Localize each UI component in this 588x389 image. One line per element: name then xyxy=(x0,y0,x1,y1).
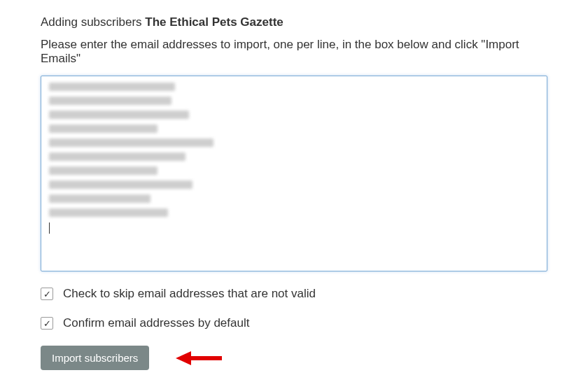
svg-marker-1 xyxy=(176,351,191,365)
option-skip-invalid: ✓ Check to skip email addresses that are… xyxy=(41,287,547,301)
option-confirm-default: ✓ Confirm email addresses by default xyxy=(41,316,547,330)
skip-invalid-label: Check to skip email addresses that are n… xyxy=(63,287,316,301)
email-import-textarea[interactable] xyxy=(41,76,547,271)
instructions-text: Please enter the email addresses to impo… xyxy=(41,38,547,66)
skip-invalid-checkbox[interactable]: ✓ xyxy=(41,288,53,300)
email-textarea-container xyxy=(41,76,547,274)
import-subscribers-button[interactable]: Import subscribers xyxy=(41,346,149,370)
confirm-default-label: Confirm email addresses by default xyxy=(63,316,249,330)
confirm-default-checkbox[interactable]: ✓ xyxy=(41,317,53,330)
annotation-arrow xyxy=(174,350,223,367)
page-heading: Adding subscribers The Ethical Pets Gaze… xyxy=(41,15,547,29)
heading-prefix: Adding subscribers xyxy=(41,15,145,29)
heading-list-name: The Ethical Pets Gazette xyxy=(145,15,283,29)
